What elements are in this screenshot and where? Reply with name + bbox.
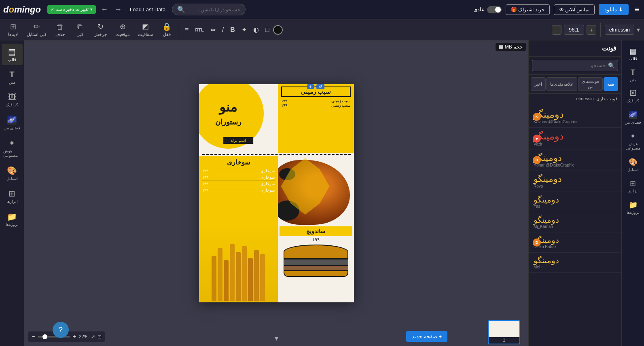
shadow-button[interactable]: ◐: [251, 24, 261, 35]
italic-button[interactable]: I: [220, 25, 226, 35]
redo-button[interactable]: →: [113, 4, 123, 15]
ri-projects[interactable]: 📁 پروژه‌ها: [623, 197, 643, 218]
copy-style-icon: ✏: [34, 22, 40, 31]
toolbar-divider-1: [179, 23, 179, 37]
toolbar-position[interactable]: ⊕ موقعیت: [112, 21, 133, 39]
font-item-0[interactable]: دومینگو Kavoos @DiakoGraphic K: [529, 106, 621, 128]
new-page-button[interactable]: + صفحه جدید: [406, 331, 447, 342]
align-button[interactable]: ≡: [182, 25, 191, 35]
zoom-thumb[interactable]: [42, 334, 47, 339]
hamburger-button[interactable]: ≡: [633, 3, 641, 16]
toolbar-rotate[interactable]: ↻ چرخش: [90, 21, 110, 39]
ri-myspace[interactable]: 🌌 فضای من: [623, 107, 643, 128]
toolbar-delete[interactable]: 🗑 حذف: [51, 21, 69, 39]
potato-price-2: ۱۹۹: [281, 103, 287, 108]
bold-button[interactable]: B: [228, 25, 237, 35]
sandwich-drawing: [280, 245, 352, 277]
zoom-in-button[interactable]: +: [72, 333, 76, 340]
font-item-4[interactable]: دومینگو Yas: [529, 192, 621, 212]
font-name-display[interactable]: elmessiri: [605, 25, 634, 35]
potato-item-1: سیب زمینی ۱۹۹: [281, 99, 351, 103]
fry-1: [212, 256, 216, 301]
sidebar-item-graphic[interactable]: 🖼 گرافیک: [2, 89, 23, 110]
canvas-area[interactable]: ▦ MB حجم منورستوران اسم برلد: [24, 40, 528, 346]
download-button[interactable]: ⬇ دانلود: [599, 4, 629, 15]
zoom-out-button[interactable]: −: [32, 333, 35, 340]
snack-row-4: سوخاری۱۹۹: [202, 187, 275, 193]
subscribe-button[interactable]: خرید اشتراک 🎁: [506, 4, 550, 15]
zoom-reset-button[interactable]: ⊡: [97, 334, 102, 340]
sidebar-item-template[interactable]: ▤ قالب: [2, 44, 23, 65]
potato-title-box[interactable]: سیب زمینی ↺ +: [281, 86, 351, 97]
font-item-3[interactable]: دومینگو Roya: [529, 171, 621, 192]
font-filter-tabs: همه فونت‌های من علاقه‌مندی‌ها اخیر: [529, 75, 621, 94]
rotate-handle[interactable]: ↺: [316, 84, 324, 89]
download-icon: ⬇: [619, 6, 623, 13]
sidebar-item-ai[interactable]: ✦ هوش مصنوعی: [2, 135, 23, 161]
page-thumb-inner: [489, 321, 519, 337]
filter-tab-all[interactable]: همه: [604, 77, 618, 91]
ri-tools[interactable]: ⊞ ابزارها: [623, 176, 643, 196]
fit-screen-button[interactable]: ⤢: [91, 334, 95, 340]
spacing-button[interactable]: ⇔: [208, 24, 218, 35]
main-content: ▤ قالب T متن 🖼 گرافیک 🌌 فضای من ✦ هوش مص…: [0, 40, 644, 346]
tools-icon: ⊞: [8, 189, 15, 198]
snack-name-4: سوخاری: [261, 188, 275, 192]
filter-tab-favorites[interactable]: علاقه‌مندی‌ها: [547, 77, 577, 91]
search-input[interactable]: [188, 7, 240, 13]
save-badge[interactable]: ✓ تغییرات ذخیره شد ▾: [47, 5, 96, 14]
ri-template[interactable]: ▤ قالب: [623, 44, 643, 64]
fries-image: [199, 225, 278, 302]
ri-graphic[interactable]: 🖼 گرافیک: [623, 86, 643, 106]
sidebar-item-style[interactable]: 🎨 استایل: [2, 162, 23, 184]
sidebar-item-myspace[interactable]: 🌌 فضای من: [2, 112, 23, 133]
filter-tab-myfonts[interactable]: فونت‌های من: [578, 77, 603, 91]
filter-tab-recent[interactable]: اخیر: [531, 77, 546, 91]
canvas-left-col: منورستوران اسم برلد: [199, 84, 278, 153]
toolbar-transparency[interactable]: ◩ شفافیت: [135, 21, 156, 39]
font-preview-7: دومینگو: [534, 256, 559, 265]
sandwich-section: ساندویچ ۱۹۹: [278, 225, 354, 302]
toolbar-copy-style[interactable]: ✏ کپی استایل: [23, 21, 50, 39]
toolbar-copy[interactable]: ⧉ کپی: [71, 21, 89, 39]
online-view-button[interactable]: نمایش آنلاین 👁: [554, 4, 595, 15]
toolbar-layers[interactable]: ⊞ لایه‌ها: [4, 21, 22, 39]
border-button[interactable]: □: [263, 25, 272, 35]
font-panel-title: فونت: [529, 40, 621, 57]
font-author-4: Yas: [534, 204, 540, 209]
sidebar-item-text[interactable]: T متن: [2, 67, 23, 88]
font-search-input[interactable]: [532, 60, 618, 71]
page-thumbnail[interactable]: 1: [488, 320, 520, 344]
sidebar-item-tools[interactable]: ⊞ ابزارها: [2, 186, 23, 207]
position-icon: ⊕: [120, 22, 126, 31]
toolbar-divider-2: [600, 23, 601, 37]
help-button[interactable]: ?: [53, 322, 69, 338]
toolbar-rotate-label: چرخش: [93, 32, 107, 37]
font-item-2[interactable]: دومینگو Honar @DiakoGraphic H: [529, 150, 621, 171]
fries-section: [199, 225, 278, 302]
toggle-switch[interactable]: [487, 6, 502, 13]
toolbar-lock[interactable]: 🔒 قفل: [158, 21, 176, 39]
font-size-increase[interactable]: +: [587, 25, 596, 35]
font-item-6[interactable]: دومینگو Diako Babak D: [529, 232, 621, 253]
font-size-input[interactable]: [564, 25, 584, 35]
font-item-7[interactable]: دومینگو Mehr: [529, 253, 621, 273]
mode-toggle[interactable]: عادی: [473, 6, 502, 13]
rtl-button[interactable]: RTL: [193, 26, 206, 34]
myspace-icon: 🌌: [7, 115, 17, 125]
add-handle[interactable]: +: [307, 84, 314, 89]
font-size-decrease[interactable]: −: [552, 25, 561, 35]
effect-button[interactable]: ✦: [239, 24, 249, 35]
load-last-button[interactable]: Load Last Data: [127, 5, 169, 14]
font-item-1[interactable]: دومینگو Vazir ♥: [529, 128, 621, 150]
sidebar-item-projects[interactable]: 📁 پروژه‌ها: [2, 209, 23, 230]
font-item-5[interactable]: دومینگو Mj_Kaman: [529, 212, 621, 232]
color-picker[interactable]: [273, 25, 283, 35]
ri-text[interactable]: T متن: [623, 65, 643, 85]
ri-ai[interactable]: ✦ هوش مصنوعی: [623, 129, 643, 154]
ri-style[interactable]: 🎨 استایل: [623, 154, 643, 175]
snack-row-1: سوخاری۱۹۹: [202, 168, 275, 174]
undo-button[interactable]: ←: [99, 4, 110, 15]
font-avatar-1: ♥: [533, 135, 541, 143]
design-canvas[interactable]: منورستوران اسم برلد سیب زمینی ↺: [199, 84, 354, 302]
